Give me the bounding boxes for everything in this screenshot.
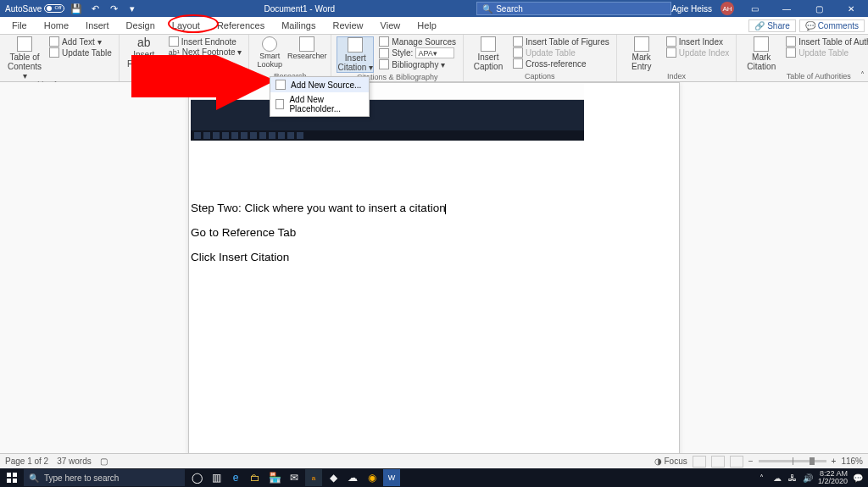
close-icon[interactable]: ✕ xyxy=(839,0,863,17)
user-avatar[interactable]: AH xyxy=(721,2,734,15)
maximize-icon[interactable]: ▢ xyxy=(807,0,831,17)
table-of-contents-button[interactable]: Table of Contents ▾ xyxy=(5,36,44,80)
tray-volume-icon[interactable]: 🔊 xyxy=(803,473,813,483)
next-footnote-icon: ab¹ xyxy=(169,48,180,57)
group-footnotes: ab Insert Footnote Insert Endnote ab¹Nex… xyxy=(120,35,250,81)
autosave-toggle[interactable]: AutoSave Off xyxy=(5,4,64,14)
document-body[interactable]: Step Two: Click where you want to insert… xyxy=(189,141,679,263)
dropbox-icon[interactable]: ◆ xyxy=(325,469,342,486)
tab-review[interactable]: Review xyxy=(325,18,372,33)
document-page[interactable]: Type here to search Step Two: Click wher… xyxy=(188,82,680,453)
ribbon-tabs: File Home Insert Design Layout Reference… xyxy=(0,17,868,35)
ribbon-display-options-icon[interactable]: ▭ xyxy=(743,0,766,17)
tray-network-icon[interactable]: 🖧 xyxy=(787,473,798,483)
page-indicator[interactable]: Page 1 of 2 xyxy=(5,457,48,466)
manage-sources-button[interactable]: Manage Sources xyxy=(377,36,458,47)
store-icon[interactable]: 🏪 xyxy=(266,469,283,486)
zoom-level[interactable]: 116% xyxy=(841,457,863,466)
add-text-button[interactable]: Add Text ▾ xyxy=(47,36,114,47)
citation-style-select[interactable]: Style: APA ▾ xyxy=(377,47,458,58)
task-view-icon[interactable]: ▥ xyxy=(208,469,225,486)
web-layout-view-icon[interactable] xyxy=(730,456,743,468)
tab-mailings[interactable]: Mailings xyxy=(273,18,324,33)
read-mode-view-icon[interactable] xyxy=(693,456,706,468)
tray-chevron-icon[interactable]: ˄ xyxy=(757,473,767,483)
mark-entry-button[interactable]: Mark Entry xyxy=(622,36,661,71)
tab-view[interactable]: View xyxy=(372,18,409,33)
bibliography-button[interactable]: Bibliography ▾ xyxy=(377,59,458,69)
smart-lookup-label: Smart Lookup xyxy=(254,53,285,69)
insert-toa-button[interactable]: Insert Table of Authorities xyxy=(784,36,868,47)
cross-reference-button[interactable]: Cross-reference xyxy=(511,58,611,69)
insert-footnote-button[interactable]: ab Insert Footnote xyxy=(125,36,164,69)
tab-design[interactable]: Design xyxy=(118,18,164,33)
show-notes-button: Show Notes xyxy=(167,58,244,68)
tab-insert[interactable]: Insert xyxy=(77,18,118,33)
action-center-icon[interactable]: 💬 xyxy=(853,473,863,483)
document-canvas[interactable]: Type here to search Step Two: Click wher… xyxy=(0,82,868,453)
edge-icon[interactable]: e xyxy=(227,469,244,486)
insert-caption-button[interactable]: Insert Caption xyxy=(469,36,508,71)
taskbar-search[interactable]: 🔍 Type here to search xyxy=(24,469,185,486)
amazon-icon[interactable]: a xyxy=(305,469,322,486)
tab-help[interactable]: Help xyxy=(409,18,445,33)
zoom-slider[interactable] xyxy=(759,460,826,462)
spellcheck-icon[interactable]: ▢ xyxy=(100,457,108,466)
show-notes-label: Show Notes xyxy=(181,58,227,68)
word-icon[interactable]: W xyxy=(383,469,400,486)
save-icon[interactable]: 💾 xyxy=(70,2,83,15)
tab-layout[interactable]: Layout xyxy=(164,18,209,33)
update-toc-button[interactable]: Update Table xyxy=(47,47,114,58)
tab-file[interactable]: File xyxy=(3,18,36,33)
tab-references[interactable]: References xyxy=(209,18,273,33)
zoom-in-button[interactable]: + xyxy=(832,457,837,466)
update-index-button: Update Index xyxy=(665,47,732,58)
collapse-ribbon-icon[interactable]: ˄ xyxy=(860,70,865,80)
next-footnote-button[interactable]: ab¹Next Footnote ▾ xyxy=(167,47,244,57)
ribbon: Table of Contents ▾ Add Text ▾ Update Ta… xyxy=(0,35,868,82)
undo-icon[interactable]: ↶ xyxy=(88,2,102,15)
style-value: APA xyxy=(418,49,432,58)
word-count[interactable]: 37 words xyxy=(57,457,92,466)
print-layout-view-icon[interactable] xyxy=(711,456,725,468)
smart-lookup-button[interactable]: Smart Lookup xyxy=(254,36,285,69)
insert-table-of-figures-button[interactable]: Insert Table of Figures xyxy=(511,36,611,47)
user-name[interactable]: Agie Heiss xyxy=(671,4,712,14)
cortana-icon[interactable]: ◯ xyxy=(188,469,205,486)
embedded-search-hint: Type here to search xyxy=(208,89,245,94)
doc-paragraph-2[interactable]: Go to Reference Tab xyxy=(191,226,677,239)
onedrive-icon[interactable]: ☁ xyxy=(344,469,361,486)
share-button[interactable]: 🔗 Share xyxy=(748,19,795,32)
insert-index-button[interactable]: Insert Index xyxy=(665,36,732,47)
chrome-icon[interactable]: ◉ xyxy=(364,469,381,486)
mark-citation-button[interactable]: Mark Citation xyxy=(742,36,781,71)
insert-endnote-button[interactable]: Insert Endnote xyxy=(167,36,244,47)
update-tof-button: Update Table xyxy=(511,47,611,58)
researcher-button[interactable]: Researcher xyxy=(288,36,326,61)
mail-icon[interactable]: ✉ xyxy=(286,469,303,486)
add-source-icon xyxy=(275,80,286,90)
doc-paragraph-1[interactable]: Step Two: Click where you want to insert… xyxy=(191,202,677,214)
add-new-source-item[interactable]: Add New Source... xyxy=(270,77,369,92)
insert-citation-label: Insert Citation ▾ xyxy=(337,53,373,72)
taskbar-search-placeholder: Type here to search xyxy=(44,473,119,483)
insert-citation-button[interactable]: Insert Citation ▾ xyxy=(337,36,374,73)
file-explorer-icon[interactable]: 🗀 xyxy=(247,469,264,486)
document-title: Document1 - Word xyxy=(139,4,459,14)
autosave-state: Off xyxy=(54,5,61,10)
qat-customize-icon[interactable]: ▾ xyxy=(125,2,139,15)
tell-me-search[interactable]: 🔍 Search xyxy=(476,2,671,15)
doc-paragraph-3[interactable]: Click Insert Citation xyxy=(191,251,677,263)
tray-date[interactable]: 1/2/2020 xyxy=(818,478,848,485)
insert-endnote-label: Insert Endnote xyxy=(181,37,236,47)
minimize-icon[interactable]: — xyxy=(775,0,798,17)
zoom-out-button[interactable]: − xyxy=(748,457,754,466)
tab-home[interactable]: Home xyxy=(36,18,77,33)
focus-mode-button[interactable]: ◑ Focus xyxy=(654,457,687,466)
redo-icon[interactable]: ↷ xyxy=(107,2,120,15)
crossref-label: Cross-reference xyxy=(526,59,587,69)
add-new-placeholder-item[interactable]: Add New Placeholder... xyxy=(270,92,369,116)
tray-onedrive-icon[interactable]: ☁ xyxy=(772,473,782,483)
comments-button[interactable]: 💬 Comments xyxy=(799,19,865,32)
start-button[interactable] xyxy=(0,468,24,487)
